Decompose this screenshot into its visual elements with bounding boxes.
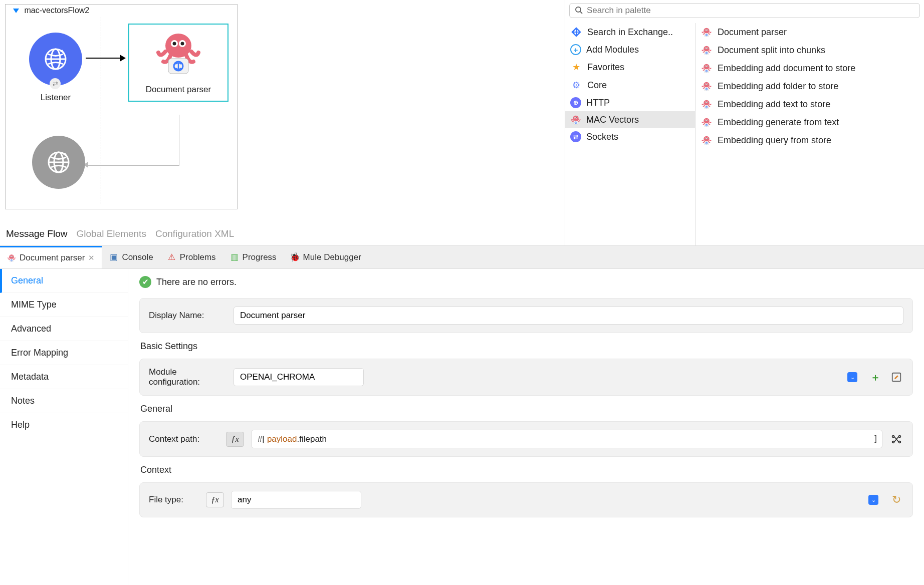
tab-configuration-xml[interactable]: Configuration XML xyxy=(155,228,234,239)
sidenav-notes[interactable]: Notes xyxy=(0,389,128,413)
op-embedding-add-document[interactable]: Embedding add document to store xyxy=(696,59,924,77)
svg-line-11 xyxy=(580,12,582,14)
dropdown-arrow-icon[interactable]: ⌄ xyxy=(847,372,857,382)
context-path-input[interactable]: #[ payload.filepath ] xyxy=(251,430,882,448)
palette-http[interactable]: ⊕ HTTP xyxy=(565,94,695,111)
star-icon: ★ xyxy=(570,61,582,73)
display-name-group: Display Name: xyxy=(139,298,913,333)
op-document-parser[interactable]: Document parser xyxy=(696,23,924,41)
octo-icon xyxy=(7,253,16,262)
debugger-icon: 🐞 xyxy=(291,253,300,262)
op-embedding-generate[interactable]: Embedding generate from text xyxy=(696,113,924,131)
palette-operations: Document parser Document split into chun… xyxy=(696,23,924,245)
octo-icon xyxy=(701,116,713,128)
collapse-triangle-icon[interactable] xyxy=(13,9,19,13)
close-icon[interactable]: ✕ xyxy=(88,253,95,262)
edit-config-button[interactable] xyxy=(889,370,903,384)
sidenav-general[interactable]: General xyxy=(0,269,128,293)
tab-problems[interactable]: ⚠ Problems xyxy=(160,246,223,268)
plus-icon: + xyxy=(570,44,581,55)
no-errors-row: ✔ There are no errors. xyxy=(139,276,913,288)
sidenav-advanced[interactable]: Advanced xyxy=(0,317,128,341)
op-label: Embedding query from store xyxy=(718,135,831,146)
palette-search-input[interactable] xyxy=(587,6,914,16)
return-line-v xyxy=(179,115,179,166)
op-label: Embedding add document to store xyxy=(718,63,855,74)
listener-label: Listener xyxy=(27,93,85,103)
globe-icon xyxy=(43,47,68,72)
response-node[interactable] xyxy=(30,136,88,189)
fx-toggle-button[interactable]: ƒx xyxy=(226,432,244,447)
sidenav-mime-type[interactable]: MIME Type xyxy=(0,293,128,317)
palette-search[interactable] xyxy=(569,3,920,18)
tab-document-parser[interactable]: Document parser ✕ xyxy=(0,246,102,268)
octo-icon xyxy=(701,98,713,110)
flow-canvas[interactable]: mac-vectorsFlow2 ⇄ Listener xyxy=(0,0,565,224)
octo-icon xyxy=(701,62,713,74)
mapping-button[interactable] xyxy=(889,432,903,446)
tab-progress[interactable]: ▥ Progress xyxy=(223,246,284,268)
general-heading: General xyxy=(140,404,913,414)
add-config-button[interactable]: ＋ xyxy=(868,370,882,384)
document-parser-icon xyxy=(148,28,208,78)
flow-header[interactable]: mac-vectorsFlow2 xyxy=(13,6,89,15)
http-icon: ⊕ xyxy=(570,97,581,108)
module-config-select[interactable] xyxy=(234,368,364,386)
octo-icon xyxy=(701,26,713,38)
op-label: Embedding add text to store xyxy=(718,99,830,110)
op-embedding-add-text[interactable]: Embedding add text to store xyxy=(696,95,924,113)
expr-suffix: ] xyxy=(874,434,877,444)
fx-toggle-button[interactable]: ƒx xyxy=(206,492,224,507)
listener-node[interactable]: ⇄ Listener xyxy=(27,33,85,103)
sidenav-error-mapping[interactable]: Error Mapping xyxy=(0,341,128,365)
tab-console[interactable]: ▣ Console xyxy=(102,246,160,268)
palette-categories: Search in Exchange.. + Add Modules ★ Fav… xyxy=(565,23,696,245)
display-name-input[interactable] xyxy=(234,307,903,325)
palette-cat-label: Search in Exchange.. xyxy=(587,27,673,38)
progress-icon: ▥ xyxy=(230,253,239,262)
tab-label: Document parser xyxy=(20,253,85,263)
op-label: Embedding add folder to store xyxy=(718,81,838,92)
response-circle xyxy=(32,136,85,189)
op-label: Document parser xyxy=(718,27,787,38)
core-icon: ⚙ xyxy=(570,79,582,91)
svg-point-10 xyxy=(576,7,581,12)
tab-label: Console xyxy=(122,252,153,262)
octo-icon xyxy=(701,44,713,56)
sockets-icon: ⇄ xyxy=(570,131,581,142)
console-icon: ▣ xyxy=(109,253,118,262)
sidenav-metadata[interactable]: Metadata xyxy=(0,365,128,389)
palette-cat-label: Sockets xyxy=(586,132,618,142)
globe-icon xyxy=(46,150,71,175)
palette-exchange[interactable]: Search in Exchange.. xyxy=(565,23,695,41)
palette-core[interactable]: ⚙ Core xyxy=(565,76,695,94)
palette-sockets[interactable]: ⇄ Sockets xyxy=(565,128,695,145)
tab-label: Problems xyxy=(180,252,216,262)
palette-favorites[interactable]: ★ Favorites xyxy=(565,58,695,76)
tab-label: Mule Debugger xyxy=(303,252,361,262)
tab-message-flow[interactable]: Message Flow xyxy=(6,228,68,239)
context-group: File type: ƒx ⌄ ↻ xyxy=(139,482,913,517)
palette-add-modules[interactable]: + Add Modules xyxy=(565,41,695,58)
search-icon xyxy=(575,6,583,16)
op-document-split[interactable]: Document split into chunks xyxy=(696,41,924,59)
tab-global-elements[interactable]: Global Elements xyxy=(77,228,146,239)
file-type-select[interactable] xyxy=(231,491,361,509)
op-label: Document split into chunks xyxy=(718,45,825,56)
expr-payload: payload xyxy=(267,434,297,444)
op-embedding-add-folder[interactable]: Embedding add folder to store xyxy=(696,77,924,95)
dropdown-arrow-icon[interactable]: ⌄ xyxy=(868,495,878,505)
op-embedding-query[interactable]: Embedding query from store xyxy=(696,131,924,149)
palette-mac-vectors[interactable]: MAC Vectors xyxy=(565,111,695,128)
tab-label: Progress xyxy=(243,252,277,262)
sidenav-help[interactable]: Help xyxy=(0,413,128,437)
refresh-button[interactable]: ↻ xyxy=(889,493,903,507)
palette-cat-label: Add Modules xyxy=(586,45,639,55)
properties-sidenav: General MIME Type Advanced Error Mapping… xyxy=(0,269,128,585)
basic-settings-heading: Basic Settings xyxy=(140,341,913,352)
exchange-badge-icon: ⇄ xyxy=(50,78,61,89)
flow-arrow xyxy=(86,57,126,60)
tab-mule-debugger[interactable]: 🐞 Mule Debugger xyxy=(284,246,368,268)
canvas-tabs: Message Flow Global Elements Configurati… xyxy=(0,224,565,245)
document-parser-node[interactable]: Document parser xyxy=(128,24,228,102)
